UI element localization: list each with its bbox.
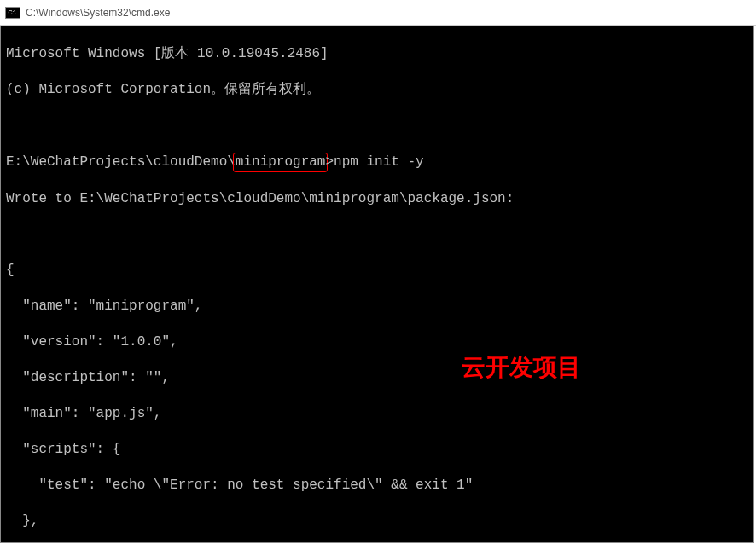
prompt-prefix: E:\WeChatProjects\cloudDemo\: [6, 154, 236, 170]
terminal-output[interactable]: Microsoft Windows [版本 10.0.19045.2486] (…: [0, 26, 754, 543]
terminal-blank: [6, 117, 748, 135]
window-title: C:\Windows\System32\cmd.exe: [26, 7, 170, 19]
prompt-suffix: >npm init -y: [325, 154, 423, 170]
terminal-blank: [6, 226, 748, 244]
cmd-icon: C:\.: [5, 7, 20, 19]
json-line: "name": "miniprogram",: [6, 298, 748, 315]
json-line: },: [6, 512, 748, 530]
terminal-line: (c) Microsoft Corporation。保留所有权利。: [6, 81, 748, 99]
window-titlebar[interactable]: C:\. C:\Windows\System32\cmd.exe: [0, 0, 756, 26]
json-line: "main": "app.js",: [6, 405, 748, 423]
terminal-line: Wrote to E:\WeChatProjects\cloudDemo\min…: [6, 190, 748, 208]
json-line: "test": "echo \"Error: no test specified…: [6, 477, 748, 495]
annotation-label: 云开发项目: [462, 358, 581, 376]
terminal-line: E:\WeChatProjects\cloudDemo\miniprogram>…: [6, 153, 748, 172]
terminal-line: Microsoft Windows [版本 10.0.19045.2486]: [6, 45, 748, 63]
json-line: {: [6, 262, 748, 280]
json-line: "version": "1.0.0",: [6, 333, 748, 351]
json-line: "description": "",: [6, 369, 748, 387]
annotation-highlight-box: miniprogram: [233, 153, 329, 172]
json-line: "scripts": {: [6, 441, 748, 459]
